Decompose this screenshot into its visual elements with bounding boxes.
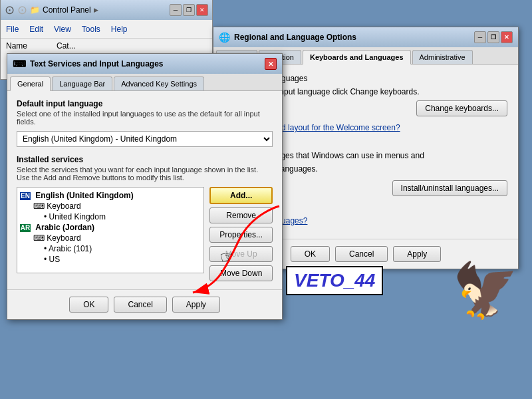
bullet-en-uk: • [44, 212, 49, 221]
tab-keyboards-languages[interactable]: Keyboards and Languages [303, 50, 411, 65]
rl-titlebar: 🌐 Regional and Language Options ─ ❐ ✕ [213, 27, 518, 47]
keyboard-icon-en: ⌨ [33, 201, 47, 211]
default-input-label: Default input language [17, 99, 273, 108]
folder-icon: 📁 [30, 5, 40, 15]
rl-icon: 🌐 [219, 32, 230, 43]
cp-nav-forward[interactable]: ⊙ [17, 3, 27, 17]
properties-btn[interactable]: Properties... [209, 227, 273, 243]
bullet-ar-us: • [44, 255, 49, 264]
ts-titlebar: ⌨ Text Services and Input Languages ✕ [7, 54, 282, 74]
rl-title: Regional and Language Options [234, 33, 356, 42]
lang-ar-item[interactable]: AR Arabic (Jordan) [20, 222, 201, 233]
add-btn[interactable]: Add... [209, 187, 273, 204]
cp-breadcrumb-arrow: ▶ [94, 7, 98, 13]
install-uninstall-btn[interactable]: Install/uninstall languages... [392, 180, 507, 196]
lang-ar-name: Arabic (Jordan) [35, 223, 94, 232]
action-buttons: Add... Remove Properties... Move Up Move… [209, 187, 273, 281]
cp-content: Name Cat... [1, 39, 212, 53]
rl-minimize-btn[interactable]: ─ [474, 31, 486, 43]
rl-maximize-btn[interactable]: ❐ [487, 31, 499, 43]
ts-tabs: General Language Bar Advanced Key Settin… [7, 74, 282, 91]
cp-minimize-btn[interactable]: ─ [170, 4, 182, 16]
cp-menu-view[interactable]: View [54, 25, 71, 34]
remove-btn[interactable]: Remove [209, 207, 273, 223]
default-input-desc: Select one of the installed input langua… [17, 110, 273, 126]
keyboard-ar-101: • Arabic (101) [20, 243, 201, 254]
ts-close-btn[interactable]: ✕ [265, 58, 277, 70]
ts-dialog: ⌨ Text Services and Input Languages ✕ Ge… [7, 53, 283, 320]
ts-tab-language-bar[interactable]: Language Bar [52, 76, 112, 90]
ts-ok-btn[interactable]: OK [69, 297, 108, 313]
ts-tab-general[interactable]: General [10, 76, 51, 91]
default-language-dropdown[interactable]: English (United Kingdom) - United Kingdo… [17, 131, 273, 147]
veto-watermark: VETO_44 [286, 266, 383, 295]
rl-ok-btn[interactable]: OK [291, 246, 330, 262]
flag-en: EN [20, 192, 31, 200]
ts-icon: ⌨ [13, 59, 26, 69]
lang-en-item[interactable]: EN English (United Kingdom) [20, 190, 201, 201]
language-tree: EN English (United Kingdom) ⌨ Keyboard •… [20, 190, 201, 265]
keyboard-en-uk: • United Kingdom [20, 211, 201, 222]
cp-menu-tools[interactable]: Tools [82, 25, 100, 34]
cp-nav-back[interactable]: ⊙ [5, 3, 15, 17]
rl-apply-btn[interactable]: Apply [393, 246, 441, 262]
eagle-mascot: 🦅 [452, 259, 519, 322]
ts-cancel-btn[interactable]: Cancel [114, 297, 166, 313]
ts-apply-btn[interactable]: Apply [172, 297, 220, 313]
cp-maximize-btn[interactable]: ❐ [183, 4, 195, 16]
installed-services-list: EN English (United Kingdom) ⌨ Keyboard •… [17, 187, 204, 273]
installed-services-desc: Select the services that you want for ea… [17, 166, 273, 182]
move-down-btn[interactable]: Move Down [209, 265, 273, 281]
keyboard-ar-us: • US [20, 254, 201, 265]
cp-win-controls: ─ ❐ ✕ [170, 4, 208, 16]
rl-win-controls: ─ ❐ ✕ [474, 31, 513, 43]
cp-breadcrumb: Control Panel [43, 5, 91, 15]
rl-close-btn[interactable]: ✕ [501, 31, 513, 43]
ts-title: Text Services and Input Languages [30, 59, 164, 68]
bullet-ar-101: • [44, 244, 49, 253]
rl-cancel-btn[interactable]: Cancel [335, 246, 388, 262]
cp-close-btn[interactable]: ✕ [196, 4, 208, 16]
ts-footer: OK Cancel Apply [7, 289, 282, 319]
installed-services-label: Installed services [17, 155, 273, 164]
ts-body: Default input language Select one of the… [7, 91, 282, 289]
col-name: Name [6, 41, 27, 51]
cp-menu-file[interactable]: File [6, 25, 19, 34]
tab-administrative[interactable]: Administrative [412, 50, 473, 64]
flag-ar: AR [20, 224, 31, 232]
veto-text: VETO_44 [294, 270, 375, 291]
keyboard-ar: ⌨ Keyboard [20, 233, 201, 243]
ts-tab-advanced-key-settings[interactable]: Advanced Key Settings [114, 76, 204, 90]
cp-toolbar: File Edit View Tools Help [1, 20, 212, 39]
cp-titlebar: ⊙ ⊙ 📁 Control Panel ▶ ─ ❐ ✕ [1, 0, 212, 20]
col-cat: Cat... [57, 41, 76, 51]
lang-en-name: English (United Kingdom) [35, 191, 133, 200]
keyboard-icon-ar: ⌨ [33, 233, 47, 243]
cp-menu-edit[interactable]: Edit [29, 25, 43, 34]
cursor-hand: ☞ [218, 246, 236, 267]
cp-menu-help[interactable]: Help [111, 25, 128, 34]
keyboard-en: ⌨ Keyboard [20, 201, 201, 211]
change-keyboards-btn[interactable]: Change keyboards... [416, 100, 507, 116]
